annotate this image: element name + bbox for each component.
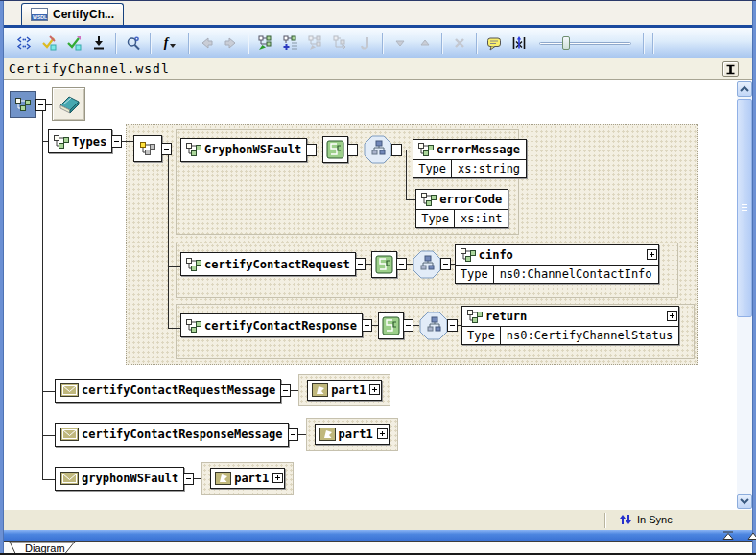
tab-certifychannel[interactable]: WSDL CertifyCh...	[21, 3, 124, 25]
connector-line	[42, 479, 56, 480]
import-button[interactable]	[86, 32, 111, 55]
part-name: part1	[234, 472, 269, 485]
message-row: certifyContactResponseMessage part1	[55, 418, 398, 451]
collapse-up-button[interactable]	[718, 530, 739, 541]
gryphonwsfault-row: GryphonWSFault	[180, 135, 536, 164]
part-node[interactable]: part1	[210, 468, 285, 489]
definitions-icon	[15, 98, 31, 111]
types-label: Types	[72, 135, 106, 149]
field-name-row: return	[462, 307, 678, 327]
sequence-icon[interactable]	[364, 135, 392, 164]
collapse-toggle[interactable]	[35, 99, 46, 111]
field-return[interactable]: return Type ns0:CertifyChannelStatus	[461, 306, 679, 345]
element-certifycontactresponse[interactable]: certifyContactResponse	[180, 313, 363, 337]
validate-diagram-button[interactable]	[507, 32, 532, 55]
collapse-toggle[interactable]	[161, 143, 172, 155]
move-down-button[interactable]	[388, 32, 413, 55]
message-gryphonwsfault[interactable]: gryphonWSFault	[55, 467, 184, 491]
field-errorcode[interactable]: errorCode Type xs:int	[415, 189, 508, 228]
collapse-toggle[interactable]	[440, 258, 451, 270]
connector-line	[168, 154, 169, 329]
collapse-toggle[interactable]	[111, 135, 122, 148]
collapse-toggle[interactable]	[447, 319, 458, 332]
collapse-toggle[interactable]	[362, 319, 372, 332]
collapse-toggle[interactable]	[355, 258, 366, 270]
element-gryphonwsfault[interactable]: GryphonWSFault	[180, 138, 307, 162]
expand-toggle[interactable]	[369, 384, 380, 395]
complextype-node[interactable]	[322, 136, 348, 163]
collapse-toggle[interactable]	[183, 473, 194, 485]
check-well-formed-button[interactable]	[36, 32, 61, 55]
validate-xml-button[interactable]	[61, 32, 86, 55]
scrollbar-thumb[interactable]	[737, 99, 752, 317]
expand-toggle[interactable]	[272, 473, 283, 483]
collapse-toggle[interactable]	[391, 144, 402, 156]
element-name: certifyContactResponse	[204, 319, 357, 333]
field-name: cinfo	[479, 248, 513, 262]
collapse-toggle[interactable]	[403, 319, 413, 332]
type-value: ns0:ChannelContactInfo	[494, 266, 658, 283]
back-button[interactable]	[194, 32, 219, 55]
forward-button[interactable]	[219, 32, 244, 55]
collapse-toggle[interactable]	[396, 258, 407, 270]
complextype-node[interactable]	[378, 312, 404, 339]
vertical-scrollbar[interactable]	[737, 81, 752, 509]
splitter-bar[interactable]	[4, 530, 752, 541]
part-name: part1	[331, 383, 366, 397]
zoom-slider-thumb[interactable]	[562, 36, 570, 50]
field-errormessage[interactable]: errorMessage Type xs:string	[413, 139, 527, 178]
collapse-up-button-2[interactable]	[743, 530, 756, 541]
move-up-button[interactable]	[413, 32, 437, 55]
schema-node[interactable]	[133, 135, 162, 162]
message-row: certifyContactRequestMessage part1	[55, 374, 390, 406]
status-separator	[604, 513, 606, 528]
documentation-node[interactable]	[52, 87, 85, 121]
message-certifycontactrequestmessage[interactable]: certifyContactRequestMessage	[55, 379, 281, 403]
zoom-slider[interactable]	[537, 35, 633, 51]
hook-disabled-button[interactable]	[353, 32, 378, 55]
extract-disabled-button[interactable]	[303, 32, 328, 55]
document-tab-bar: WSDL CertifyCh...	[4, 1, 752, 28]
add-operation-button[interactable]	[278, 32, 303, 55]
collapse-toggle[interactable]	[288, 428, 298, 441]
message-certifycontactresponsemessage[interactable]: certifyContactResponseMessage	[55, 423, 289, 447]
definitions-root-node[interactable]	[10, 91, 36, 118]
diagram-canvas[interactable]: Types	[4, 80, 737, 509]
part-panel: part1	[201, 462, 294, 495]
find-usages-button[interactable]	[121, 32, 146, 55]
collapse-toggle[interactable]	[306, 144, 317, 156]
element-name: GryphonWSFault	[204, 143, 301, 156]
expand-toggle[interactable]	[377, 428, 388, 439]
scroll-down-button[interactable]	[737, 494, 752, 509]
message-name: gryphonWSFault	[82, 472, 178, 485]
delete-button[interactable]	[447, 32, 472, 55]
function-menu-button[interactable]: f	[155, 32, 184, 55]
triangle-up-icon	[746, 531, 756, 541]
part-panel: part1	[306, 418, 398, 451]
expand-toggle[interactable]	[667, 311, 677, 321]
collapse-toggle[interactable]	[280, 384, 291, 397]
collapse-panel-button[interactable]	[722, 61, 739, 77]
field-cinfo[interactable]: cinfo Type ns0:ChannelContactInfo	[455, 244, 659, 284]
types-node[interactable]: Types	[48, 129, 112, 153]
scroll-up-button[interactable]	[737, 81, 752, 97]
part-node[interactable]: part1	[315, 424, 390, 445]
element-tree-icon	[418, 143, 434, 156]
status-bar: In Sync	[4, 509, 752, 530]
view-tab-diagram[interactable]: Diagram	[4, 542, 119, 554]
complextype-node[interactable]	[371, 251, 397, 278]
toolbar: f	[4, 28, 752, 58]
toolbar-separator	[115, 33, 117, 54]
sequence-icon[interactable]	[419, 312, 448, 340]
collapse-toggle[interactable]	[347, 144, 358, 156]
sequence-icon[interactable]	[413, 250, 441, 279]
flow-disabled-button[interactable]	[328, 32, 353, 55]
element-certifycontactrequest[interactable]: certifyContactRequest	[180, 252, 356, 276]
part-node[interactable]: part1	[307, 380, 382, 401]
xml-source-button[interactable]	[12, 32, 36, 55]
add-comment-button[interactable]	[482, 32, 507, 55]
type-key: Type	[462, 327, 501, 344]
expand-toggle[interactable]	[647, 249, 657, 260]
show-operation-tree-button[interactable]	[253, 32, 278, 55]
field-type-row: Type ns0:ChannelContactInfo	[456, 266, 658, 283]
